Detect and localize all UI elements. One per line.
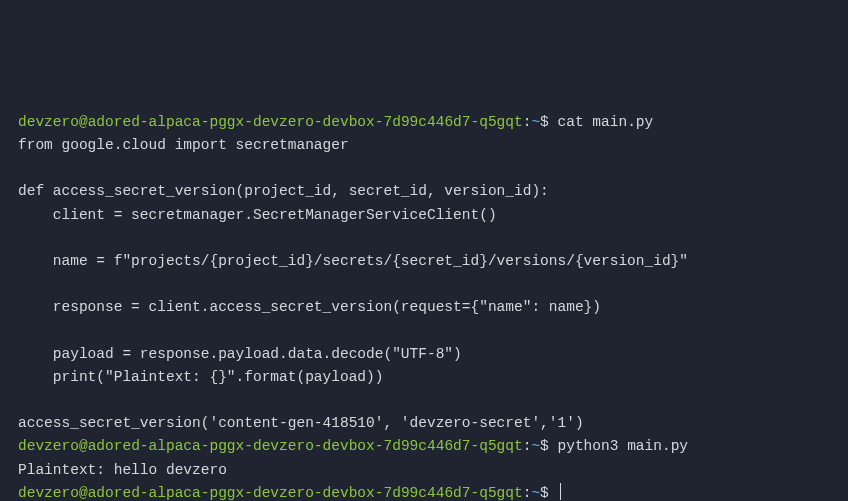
prompt-at: @ (79, 485, 88, 501)
prompt-line-2: devzero@adored-alpaca-pggx-devzero-devbo… (18, 438, 688, 454)
file-line: def access_secret_version(project_id, se… (18, 183, 549, 199)
file-line: payload = response.payload.data.decode("… (18, 346, 462, 362)
prompt-path: ~ (531, 485, 540, 501)
prompt-path: ~ (531, 114, 540, 130)
prompt-dollar: $ (540, 485, 557, 501)
file-line: client = secretmanager.SecretManagerServ… (18, 207, 497, 223)
prompt-user: devzero (18, 438, 79, 454)
file-line: name = f"projects/{project_id}/secrets/{… (18, 253, 688, 269)
prompt-line-3: devzero@adored-alpaca-pggx-devzero-devbo… (18, 485, 561, 501)
prompt-at: @ (79, 438, 88, 454)
prompt-host: adored-alpaca-pggx-devzero-devbox-7d99c4… (88, 485, 523, 501)
command-python: python3 main.py (558, 438, 689, 454)
prompt-at: @ (79, 114, 88, 130)
run-output: Plaintext: hello devzero (18, 462, 227, 478)
prompt-dollar: $ (540, 114, 557, 130)
prompt-user: devzero (18, 485, 79, 501)
prompt-dollar: $ (540, 438, 557, 454)
file-line: response = client.access_secret_version(… (18, 299, 601, 315)
prompt-path: ~ (531, 438, 540, 454)
file-line: from google.cloud import secretmanager (18, 137, 349, 153)
command-cat: cat main.py (558, 114, 654, 130)
prompt-host: adored-alpaca-pggx-devzero-devbox-7d99c4… (88, 114, 523, 130)
prompt-host: adored-alpaca-pggx-devzero-devbox-7d99c4… (88, 438, 523, 454)
file-line: access_secret_version('content-gen-41851… (18, 415, 584, 431)
terminal-output[interactable]: devzero@adored-alpaca-pggx-devzero-devbo… (18, 111, 830, 501)
prompt-line-1: devzero@adored-alpaca-pggx-devzero-devbo… (18, 114, 653, 130)
file-line: print("Plaintext: {}".format(payload)) (18, 369, 383, 385)
prompt-user: devzero (18, 114, 79, 130)
cursor-icon (560, 483, 561, 500)
